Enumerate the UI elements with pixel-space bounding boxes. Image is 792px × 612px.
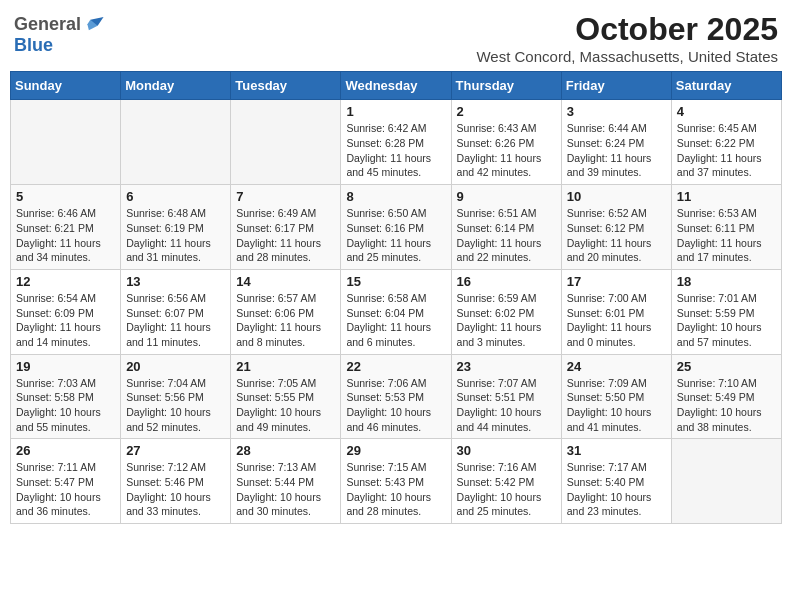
day-number: 28 xyxy=(236,443,335,458)
calendar-cell: 10Sunrise: 6:52 AM Sunset: 6:12 PM Dayli… xyxy=(561,185,671,270)
calendar-cell: 20Sunrise: 7:04 AM Sunset: 5:56 PM Dayli… xyxy=(121,354,231,439)
calendar-cell: 6Sunrise: 6:48 AM Sunset: 6:19 PM Daylig… xyxy=(121,185,231,270)
calendar-cell: 9Sunrise: 6:51 AM Sunset: 6:14 PM Daylig… xyxy=(451,185,561,270)
calendar-day-header: Tuesday xyxy=(231,72,341,100)
day-number: 18 xyxy=(677,274,776,289)
calendar-cell: 14Sunrise: 6:57 AM Sunset: 6:06 PM Dayli… xyxy=(231,269,341,354)
day-info: Sunrise: 7:12 AM Sunset: 5:46 PM Dayligh… xyxy=(126,460,225,519)
day-info: Sunrise: 6:46 AM Sunset: 6:21 PM Dayligh… xyxy=(16,206,115,265)
day-number: 29 xyxy=(346,443,445,458)
day-info: Sunrise: 6:49 AM Sunset: 6:17 PM Dayligh… xyxy=(236,206,335,265)
day-info: Sunrise: 6:45 AM Sunset: 6:22 PM Dayligh… xyxy=(677,121,776,180)
calendar-day-header: Wednesday xyxy=(341,72,451,100)
day-info: Sunrise: 6:54 AM Sunset: 6:09 PM Dayligh… xyxy=(16,291,115,350)
calendar-cell xyxy=(121,100,231,185)
calendar-week-row: 12Sunrise: 6:54 AM Sunset: 6:09 PM Dayli… xyxy=(11,269,782,354)
day-number: 22 xyxy=(346,359,445,374)
calendar-cell: 17Sunrise: 7:00 AM Sunset: 6:01 PM Dayli… xyxy=(561,269,671,354)
day-number: 14 xyxy=(236,274,335,289)
calendar-cell: 3Sunrise: 6:44 AM Sunset: 6:24 PM Daylig… xyxy=(561,100,671,185)
calendar-cell xyxy=(671,439,781,524)
day-info: Sunrise: 6:50 AM Sunset: 6:16 PM Dayligh… xyxy=(346,206,445,265)
day-info: Sunrise: 6:53 AM Sunset: 6:11 PM Dayligh… xyxy=(677,206,776,265)
day-number: 21 xyxy=(236,359,335,374)
calendar-week-row: 19Sunrise: 7:03 AM Sunset: 5:58 PM Dayli… xyxy=(11,354,782,439)
calendar-header-row: SundayMondayTuesdayWednesdayThursdayFrid… xyxy=(11,72,782,100)
day-number: 30 xyxy=(457,443,556,458)
day-info: Sunrise: 6:42 AM Sunset: 6:28 PM Dayligh… xyxy=(346,121,445,180)
day-info: Sunrise: 6:57 AM Sunset: 6:06 PM Dayligh… xyxy=(236,291,335,350)
calendar-cell: 30Sunrise: 7:16 AM Sunset: 5:42 PM Dayli… xyxy=(451,439,561,524)
day-number: 7 xyxy=(236,189,335,204)
day-number: 12 xyxy=(16,274,115,289)
day-info: Sunrise: 7:13 AM Sunset: 5:44 PM Dayligh… xyxy=(236,460,335,519)
day-number: 8 xyxy=(346,189,445,204)
day-info: Sunrise: 7:05 AM Sunset: 5:55 PM Dayligh… xyxy=(236,376,335,435)
day-number: 25 xyxy=(677,359,776,374)
day-number: 19 xyxy=(16,359,115,374)
calendar-day-header: Sunday xyxy=(11,72,121,100)
day-number: 5 xyxy=(16,189,115,204)
day-info: Sunrise: 7:07 AM Sunset: 5:51 PM Dayligh… xyxy=(457,376,556,435)
day-number: 9 xyxy=(457,189,556,204)
day-info: Sunrise: 7:09 AM Sunset: 5:50 PM Dayligh… xyxy=(567,376,666,435)
day-number: 3 xyxy=(567,104,666,119)
calendar-cell: 24Sunrise: 7:09 AM Sunset: 5:50 PM Dayli… xyxy=(561,354,671,439)
calendar-cell: 8Sunrise: 6:50 AM Sunset: 6:16 PM Daylig… xyxy=(341,185,451,270)
calendar-cell: 21Sunrise: 7:05 AM Sunset: 5:55 PM Dayli… xyxy=(231,354,341,439)
day-number: 20 xyxy=(126,359,225,374)
day-number: 1 xyxy=(346,104,445,119)
day-info: Sunrise: 6:44 AM Sunset: 6:24 PM Dayligh… xyxy=(567,121,666,180)
logo-bird-icon xyxy=(83,14,105,36)
day-number: 26 xyxy=(16,443,115,458)
day-info: Sunrise: 7:01 AM Sunset: 5:59 PM Dayligh… xyxy=(677,291,776,350)
calendar-week-row: 26Sunrise: 7:11 AM Sunset: 5:47 PM Dayli… xyxy=(11,439,782,524)
day-info: Sunrise: 6:59 AM Sunset: 6:02 PM Dayligh… xyxy=(457,291,556,350)
calendar-cell: 7Sunrise: 6:49 AM Sunset: 6:17 PM Daylig… xyxy=(231,185,341,270)
day-number: 10 xyxy=(567,189,666,204)
day-info: Sunrise: 7:06 AM Sunset: 5:53 PM Dayligh… xyxy=(346,376,445,435)
day-number: 16 xyxy=(457,274,556,289)
day-info: Sunrise: 7:15 AM Sunset: 5:43 PM Dayligh… xyxy=(346,460,445,519)
calendar-cell: 2Sunrise: 6:43 AM Sunset: 6:26 PM Daylig… xyxy=(451,100,561,185)
day-info: Sunrise: 7:03 AM Sunset: 5:58 PM Dayligh… xyxy=(16,376,115,435)
day-info: Sunrise: 6:43 AM Sunset: 6:26 PM Dayligh… xyxy=(457,121,556,180)
day-info: Sunrise: 7:11 AM Sunset: 5:47 PM Dayligh… xyxy=(16,460,115,519)
day-info: Sunrise: 6:48 AM Sunset: 6:19 PM Dayligh… xyxy=(126,206,225,265)
calendar-cell: 22Sunrise: 7:06 AM Sunset: 5:53 PM Dayli… xyxy=(341,354,451,439)
calendar-cell: 25Sunrise: 7:10 AM Sunset: 5:49 PM Dayli… xyxy=(671,354,781,439)
calendar-cell: 4Sunrise: 6:45 AM Sunset: 6:22 PM Daylig… xyxy=(671,100,781,185)
logo-general: General xyxy=(14,15,81,35)
day-number: 23 xyxy=(457,359,556,374)
calendar-cell xyxy=(11,100,121,185)
calendar-cell: 29Sunrise: 7:15 AM Sunset: 5:43 PM Dayli… xyxy=(341,439,451,524)
day-number: 2 xyxy=(457,104,556,119)
day-info: Sunrise: 7:00 AM Sunset: 6:01 PM Dayligh… xyxy=(567,291,666,350)
calendar-cell: 27Sunrise: 7:12 AM Sunset: 5:46 PM Dayli… xyxy=(121,439,231,524)
page-header: General Blue October 2025 West Concord, … xyxy=(10,10,782,65)
title-block: October 2025 West Concord, Massachusetts… xyxy=(476,10,778,65)
calendar-cell: 5Sunrise: 6:46 AM Sunset: 6:21 PM Daylig… xyxy=(11,185,121,270)
day-info: Sunrise: 6:56 AM Sunset: 6:07 PM Dayligh… xyxy=(126,291,225,350)
calendar-day-header: Friday xyxy=(561,72,671,100)
day-number: 4 xyxy=(677,104,776,119)
calendar-cell xyxy=(231,100,341,185)
calendar-day-header: Monday xyxy=(121,72,231,100)
day-number: 13 xyxy=(126,274,225,289)
calendar-week-row: 5Sunrise: 6:46 AM Sunset: 6:21 PM Daylig… xyxy=(11,185,782,270)
day-number: 15 xyxy=(346,274,445,289)
day-info: Sunrise: 6:51 AM Sunset: 6:14 PM Dayligh… xyxy=(457,206,556,265)
calendar-cell: 16Sunrise: 6:59 AM Sunset: 6:02 PM Dayli… xyxy=(451,269,561,354)
calendar-cell: 11Sunrise: 6:53 AM Sunset: 6:11 PM Dayli… xyxy=(671,185,781,270)
day-number: 27 xyxy=(126,443,225,458)
day-info: Sunrise: 7:10 AM Sunset: 5:49 PM Dayligh… xyxy=(677,376,776,435)
calendar-table: SundayMondayTuesdayWednesdayThursdayFrid… xyxy=(10,71,782,524)
calendar-week-row: 1Sunrise: 6:42 AM Sunset: 6:28 PM Daylig… xyxy=(11,100,782,185)
day-info: Sunrise: 7:16 AM Sunset: 5:42 PM Dayligh… xyxy=(457,460,556,519)
calendar-body: 1Sunrise: 6:42 AM Sunset: 6:28 PM Daylig… xyxy=(11,100,782,524)
calendar-cell: 19Sunrise: 7:03 AM Sunset: 5:58 PM Dayli… xyxy=(11,354,121,439)
day-info: Sunrise: 7:04 AM Sunset: 5:56 PM Dayligh… xyxy=(126,376,225,435)
calendar-cell: 15Sunrise: 6:58 AM Sunset: 6:04 PM Dayli… xyxy=(341,269,451,354)
day-number: 31 xyxy=(567,443,666,458)
calendar-cell: 28Sunrise: 7:13 AM Sunset: 5:44 PM Dayli… xyxy=(231,439,341,524)
